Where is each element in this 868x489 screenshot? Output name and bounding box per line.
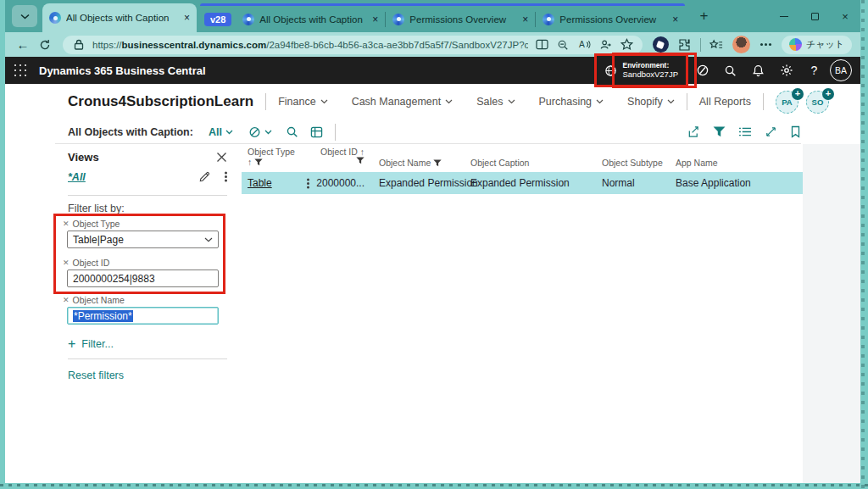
tab-permissions-overview-2[interactable]: Permissions Overview ×	[536, 6, 685, 32]
header-copilot-button[interactable]	[688, 57, 716, 84]
favorites-bar-icon[interactable]	[709, 37, 724, 52]
nav-cash-management[interactable]: Cash Management	[352, 96, 453, 108]
close-icon[interactable]: ×	[372, 14, 378, 25]
object-type-link[interactable]: Table	[248, 177, 272, 189]
filter-object-id-label[interactable]: ✕Object ID	[63, 258, 109, 268]
browser-profile-avatar[interactable]	[732, 36, 750, 53]
tab-label: Permissions Overview	[559, 14, 667, 25]
chevron-down-icon	[667, 99, 675, 104]
table-row[interactable]: Table 2000000... Expanded Permission Exp…	[242, 172, 803, 194]
environment-badge[interactable]: Environment: SandboxV27JP	[594, 53, 689, 87]
clear-filter-icon[interactable]: ✕	[63, 220, 70, 228]
read-aloud-icon[interactable]: A	[577, 37, 592, 52]
clear-filter-icon[interactable]: ✕	[63, 297, 70, 304]
list-view-icon[interactable]	[738, 126, 752, 137]
tab-all-objects-2[interactable]: All Objects with Caption ×	[236, 6, 385, 32]
nav-sales[interactable]: Sales	[476, 96, 515, 108]
tab-group-badge[interactable]: v28	[204, 13, 231, 26]
scope-selector[interactable]: All	[209, 126, 233, 138]
nav-finance[interactable]: Finance	[278, 96, 327, 108]
copilot-chat-button[interactable]: チャット	[782, 36, 852, 54]
overlay-badge-pa[interactable]: PA+	[776, 91, 798, 114]
zoom-out-icon[interactable]	[556, 37, 570, 52]
app-header: Dynamics 365 Business Central Environmen…	[5, 57, 860, 84]
svg-text:A: A	[579, 40, 585, 49]
business-central-icon	[542, 14, 554, 25]
company-name[interactable]: Cronus4SubscriptionLearn	[68, 93, 253, 110]
page-main-area: Views *All Filter list by: ✕Object Type …	[5, 144, 860, 483]
cell-object-subtype: Normal	[602, 172, 635, 194]
fullscreen-icon[interactable]	[765, 125, 777, 138]
close-icon[interactable]	[216, 152, 227, 163]
close-window-button[interactable]: ×	[830, 3, 860, 29]
chevron-down-icon	[20, 14, 30, 19]
row-more-vertical-icon[interactable]	[307, 182, 309, 185]
nav-shopify[interactable]: Shopify	[627, 96, 675, 108]
more-options-icon[interactable]	[759, 37, 773, 52]
profile-icon[interactable]	[598, 37, 613, 52]
address-bar[interactable]: https://businesscentral.dynamics.com/2a9…	[63, 36, 643, 54]
design-edit-icon[interactable]	[198, 170, 211, 183]
column-header-app-name[interactable]: App Name	[676, 158, 718, 168]
share-icon[interactable]	[687, 125, 700, 138]
close-icon[interactable]: ×	[184, 13, 190, 23]
search-button[interactable]	[716, 57, 744, 84]
desktop-background: All Objects with Caption × v28 All Objec…	[0, 0, 868, 489]
extensions-puzzle-icon[interactable]	[677, 37, 692, 52]
tab-search-button[interactable]	[12, 5, 37, 27]
refresh-button[interactable]	[34, 35, 56, 55]
filter-object-id-input[interactable]: 2000000254|9883	[67, 270, 219, 287]
waffle-icon	[19, 69, 22, 72]
overlay-badge-so[interactable]: SO+	[806, 91, 829, 114]
more-vertical-icon[interactable]	[225, 175, 227, 178]
analysis-grid-icon[interactable]	[310, 126, 323, 138]
add-filter-button[interactable]: + Filter...	[68, 337, 114, 351]
view-all-link[interactable]: *All	[68, 171, 86, 183]
active-filter-icon[interactable]	[713, 126, 726, 137]
filter-object-type-label[interactable]: ✕Object Type	[63, 219, 120, 229]
minimize-button[interactable]	[769, 3, 799, 29]
url-text[interactable]: https://businesscentral.dynamics.com/2a9…	[92, 40, 528, 50]
user-avatar-initials[interactable]: BA	[830, 59, 852, 81]
favorite-star-icon[interactable]	[620, 37, 634, 52]
tab-permissions-overview-1[interactable]: Permissions Overview ×	[386, 6, 535, 32]
background-text-artifacts	[861, 0, 865, 489]
close-icon[interactable]: ×	[672, 14, 678, 25]
bookmark-icon[interactable]	[790, 125, 801, 138]
extension-badge-icon[interactable]	[653, 36, 669, 53]
close-icon[interactable]: ×	[522, 14, 528, 25]
filter-object-name-label[interactable]: ✕Object Name	[63, 295, 125, 305]
list-action-icons	[687, 125, 801, 138]
sphere-menu-button[interactable]	[248, 125, 272, 139]
filter-funnel-icon	[356, 157, 364, 164]
reset-filters-link[interactable]: Reset filters	[68, 370, 124, 381]
column-header-object-id[interactable]: Object ID ↑	[303, 147, 364, 164]
chevron-down-icon[interactable]	[204, 237, 213, 242]
new-tab-button[interactable]: +	[692, 4, 715, 28]
environment-name: SandboxV27JP	[623, 69, 679, 80]
filter-funnel-icon	[433, 159, 442, 167]
filter-object-type-input[interactable]: Table|Page	[67, 231, 219, 248]
column-header-object-name[interactable]: Object Name	[379, 158, 442, 168]
minimize-icon	[780, 16, 788, 17]
notifications-button[interactable]	[744, 57, 772, 84]
settings-button[interactable]	[772, 57, 800, 84]
app-launcher-button[interactable]	[5, 57, 36, 84]
nav-all-reports[interactable]: All Reports	[699, 96, 751, 108]
search-icon[interactable]	[286, 125, 298, 138]
split-screen-icon[interactable]	[535, 37, 549, 52]
back-button[interactable]: ←	[12, 35, 34, 55]
help-button[interactable]: ?	[800, 57, 828, 84]
tab-all-objects-active[interactable]: All Objects with Caption ×	[42, 3, 197, 32]
gear-icon	[780, 64, 793, 77]
app-title[interactable]: Dynamics 365 Business Central	[39, 64, 206, 77]
tab-label: Permissions Overview	[409, 14, 517, 25]
column-header-object-subtype[interactable]: Object Subtype	[602, 158, 663, 168]
column-header-object-type[interactable]: Object Type ↑	[248, 147, 295, 167]
nav-purchasing[interactable]: Purchasing	[539, 96, 604, 108]
clear-filter-icon[interactable]: ✕	[63, 259, 70, 267]
chevron-down-icon	[225, 130, 233, 135]
column-header-object-caption[interactable]: Object Caption	[470, 158, 529, 168]
maximize-button[interactable]	[799, 3, 830, 29]
filter-object-name-input[interactable]: *Permission*	[67, 307, 219, 325]
